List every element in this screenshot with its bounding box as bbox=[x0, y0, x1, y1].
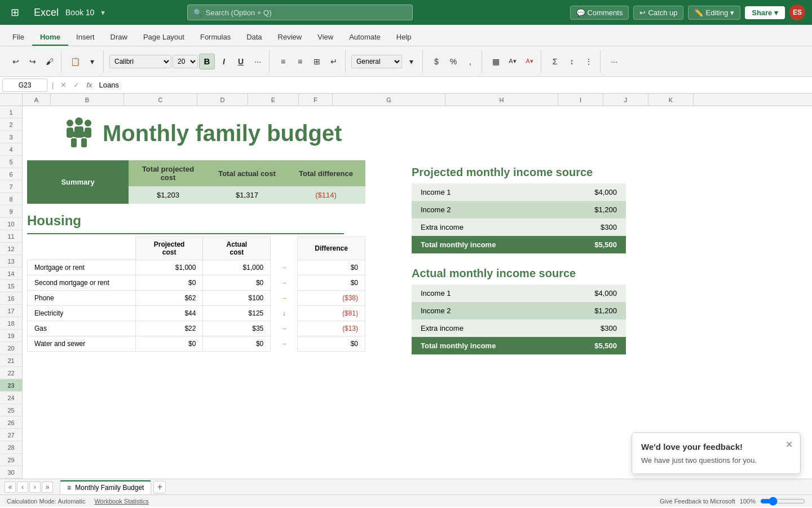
cancel-formula-button[interactable]: ✕ bbox=[58, 81, 69, 89]
row-11[interactable]: 11 bbox=[0, 230, 22, 243]
row-5[interactable]: 5 bbox=[0, 156, 22, 168]
row-23-selected[interactable]: 23 bbox=[0, 379, 22, 392]
sheet-nav-prev[interactable]: ‹ bbox=[17, 481, 28, 493]
row-24[interactable]: 24 bbox=[0, 392, 22, 404]
format-chevron[interactable]: ▾ bbox=[403, 54, 419, 69]
row-18[interactable]: 18 bbox=[0, 317, 22, 330]
tab-home[interactable]: Home bbox=[32, 29, 68, 46]
row-19[interactable]: 19 bbox=[0, 330, 22, 342]
confirm-formula-button[interactable]: ✓ bbox=[71, 81, 82, 89]
row-15[interactable]: 15 bbox=[0, 280, 22, 292]
sum-button[interactable]: Σ bbox=[547, 54, 563, 69]
row-20[interactable]: 20 bbox=[0, 342, 22, 354]
filter-button[interactable]: ⋮ bbox=[581, 54, 597, 69]
font-size-selector[interactable]: 20 bbox=[173, 55, 198, 68]
font-more-button[interactable]: ··· bbox=[250, 54, 266, 69]
redo-button[interactable]: ↪ bbox=[25, 54, 41, 69]
comma-button[interactable]: , bbox=[462, 54, 478, 69]
row-17[interactable]: 17 bbox=[0, 305, 22, 317]
share-button[interactable]: Share ▾ bbox=[745, 6, 785, 19]
align-center-button[interactable]: ≡ bbox=[292, 54, 308, 69]
row-25[interactable]: 25 bbox=[0, 404, 22, 417]
tab-draw[interactable]: Draw bbox=[103, 29, 135, 46]
row-12[interactable]: 12 bbox=[0, 243, 22, 255]
row-16[interactable]: 16 bbox=[0, 292, 22, 305]
col-header-i[interactable]: I bbox=[558, 94, 603, 106]
zoom-slider[interactable] bbox=[760, 497, 805, 506]
col-header-k[interactable]: K bbox=[648, 94, 694, 106]
comments-button[interactable]: 💬 Comments bbox=[570, 6, 629, 20]
col-header-c[interactable]: C bbox=[124, 94, 197, 106]
col-header-e[interactable]: E bbox=[248, 94, 299, 106]
row-8[interactable]: 8 bbox=[0, 193, 22, 205]
tab-automate[interactable]: Automate bbox=[341, 29, 389, 46]
row-13[interactable]: 13 bbox=[0, 255, 22, 268]
row-1[interactable]: 1 bbox=[0, 106, 22, 119]
tab-review[interactable]: Review bbox=[270, 29, 310, 46]
workbook-stats-button[interactable]: Workbook Statistics bbox=[94, 498, 148, 505]
col-header-d[interactable]: D bbox=[197, 94, 248, 106]
paste-button[interactable]: 📋 bbox=[67, 54, 83, 69]
tab-view[interactable]: View bbox=[310, 29, 341, 46]
row-10[interactable]: 10 bbox=[0, 218, 22, 230]
catch-up-button[interactable]: ↩ Catch up bbox=[633, 6, 683, 20]
row-30[interactable]: 30 bbox=[0, 466, 22, 479]
col-header-a[interactable]: A bbox=[23, 94, 51, 106]
align-left-button[interactable]: ≡ bbox=[275, 54, 291, 69]
bold-button[interactable]: B bbox=[199, 54, 215, 69]
row-22[interactable]: 22 bbox=[0, 367, 22, 379]
more-button[interactable]: ··· bbox=[606, 54, 622, 69]
sheet-nav-next[interactable]: › bbox=[29, 481, 41, 493]
user-avatar[interactable]: ES bbox=[789, 5, 805, 20]
row-14[interactable]: 14 bbox=[0, 268, 22, 280]
row-28[interactable]: 28 bbox=[0, 441, 22, 454]
paint-format-button[interactable]: 🖌 bbox=[42, 54, 58, 69]
cell-reference-input[interactable] bbox=[2, 78, 47, 92]
font-color-button[interactable]: A▾ bbox=[522, 54, 537, 69]
row-3[interactable]: 3 bbox=[0, 131, 22, 143]
row-2[interactable]: 2 bbox=[0, 119, 22, 131]
col-header-b[interactable]: B bbox=[51, 94, 124, 106]
feedback-link[interactable]: Give Feedback to Microsoft bbox=[660, 498, 735, 505]
row-4[interactable]: 4 bbox=[0, 143, 22, 156]
borders-button[interactable]: ▦ bbox=[488, 54, 504, 69]
underline-button[interactable]: U bbox=[233, 54, 249, 69]
paste-chevron[interactable]: ▾ bbox=[84, 54, 100, 69]
tab-file[interactable]: File bbox=[5, 29, 32, 46]
col-header-f[interactable]: F bbox=[299, 94, 333, 106]
grid-icon[interactable]: ⊞ bbox=[7, 5, 23, 20]
col-header-g[interactable]: G bbox=[333, 94, 445, 106]
italic-button[interactable]: I bbox=[216, 54, 232, 69]
sheet-tab-monthly-family-budget[interactable]: ≡ Monthly Family Budget bbox=[60, 480, 151, 494]
row-26[interactable]: 26 bbox=[0, 417, 22, 429]
editing-button[interactable]: ✏️ Editing ▾ bbox=[688, 6, 740, 20]
fill-color-button[interactable]: A▾ bbox=[505, 54, 520, 69]
tab-insert[interactable]: Insert bbox=[68, 29, 103, 46]
sheet-nav-last[interactable]: » bbox=[42, 481, 53, 493]
wrap-button[interactable]: ↵ bbox=[326, 54, 342, 69]
col-header-h[interactable]: H bbox=[445, 94, 558, 106]
merge-button[interactable]: ⊞ bbox=[309, 54, 325, 69]
tab-formulas[interactable]: Formulas bbox=[192, 29, 239, 46]
tab-help[interactable]: Help bbox=[389, 29, 420, 46]
undo-button[interactable]: ↩ bbox=[8, 54, 24, 69]
formula-input[interactable] bbox=[97, 78, 810, 92]
row-27[interactable]: 27 bbox=[0, 429, 22, 441]
font-selector[interactable]: Calibri bbox=[109, 55, 171, 68]
search-box[interactable]: 🔍 Search (Option + Q) bbox=[187, 5, 413, 20]
tab-data[interactable]: Data bbox=[239, 29, 270, 46]
sort-button[interactable]: ↕ bbox=[564, 54, 580, 69]
row-7[interactable]: 7 bbox=[0, 181, 22, 193]
row-6[interactable]: 6 bbox=[0, 168, 22, 181]
row-21[interactable]: 21 bbox=[0, 354, 22, 367]
grid-content[interactable]: Monthly family budget Summary Total proj… bbox=[23, 106, 812, 479]
col-header-j[interactable]: J bbox=[603, 94, 648, 106]
tab-page-layout[interactable]: Page Layout bbox=[135, 29, 192, 46]
sheet-nav-first[interactable]: « bbox=[5, 481, 16, 493]
number-format-selector[interactable]: General bbox=[351, 55, 402, 68]
percent-button[interactable]: % bbox=[445, 54, 461, 69]
feedback-close-button[interactable]: ✕ bbox=[783, 439, 795, 450]
row-9[interactable]: 9 bbox=[0, 205, 22, 218]
book-save-indicator[interactable]: ▾ bbox=[101, 8, 105, 17]
add-sheet-button[interactable]: + bbox=[153, 481, 166, 493]
